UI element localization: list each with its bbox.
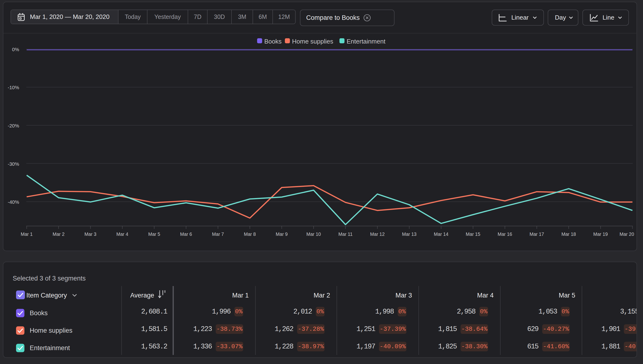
svg-text:Mar 15: Mar 15 bbox=[466, 232, 480, 237]
svg-text:Mar 6: Mar 6 bbox=[180, 232, 192, 237]
svg-text:Mar 13: Mar 13 bbox=[402, 232, 417, 237]
svg-text:Mar 3: Mar 3 bbox=[85, 232, 97, 237]
svg-text:Mar 9: Mar 9 bbox=[276, 232, 288, 237]
svg-text:-20%: -20% bbox=[8, 123, 19, 128]
svg-text:Mar 14: Mar 14 bbox=[434, 232, 448, 237]
svg-text:-30%: -30% bbox=[8, 161, 19, 167]
svg-text:Mar 19: Mar 19 bbox=[593, 232, 608, 237]
svg-text:Mar 18: Mar 18 bbox=[561, 232, 576, 237]
svg-text:Mar 11: Mar 11 bbox=[339, 232, 353, 237]
svg-text:Mar 17: Mar 17 bbox=[529, 232, 544, 237]
svg-text:Mar 20: Mar 20 bbox=[619, 232, 634, 237]
svg-text:Mar 16: Mar 16 bbox=[498, 232, 512, 237]
svg-text:-40%: -40% bbox=[8, 199, 19, 205]
svg-text:Mar 2: Mar 2 bbox=[53, 232, 65, 237]
svg-text:Mar 8: Mar 8 bbox=[244, 232, 256, 237]
svg-text:Mar 5: Mar 5 bbox=[148, 232, 160, 237]
svg-text:Mar 10: Mar 10 bbox=[306, 232, 321, 237]
svg-text:Mar 12: Mar 12 bbox=[370, 232, 385, 237]
svg-text:Mar 7: Mar 7 bbox=[212, 232, 224, 237]
svg-text:-10%: -10% bbox=[8, 85, 19, 90]
svg-text:0%: 0% bbox=[12, 47, 19, 52]
svg-text:Mar 4: Mar 4 bbox=[116, 232, 128, 237]
svg-text:Mar 1: Mar 1 bbox=[21, 232, 33, 237]
